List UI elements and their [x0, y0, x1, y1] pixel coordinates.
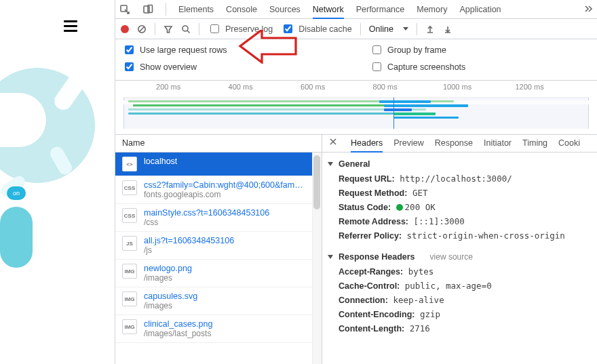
- scrollbar[interactable]: [312, 153, 322, 364]
- filetype-icon: CSS: [122, 180, 137, 195]
- ruler-tick: 1000 ms: [443, 83, 471, 91]
- waterfall-overview[interactable]: [123, 97, 589, 129]
- request-row[interactable]: CSScss2?family=Cabin:wght@400;600&family…: [115, 176, 322, 204]
- search-icon[interactable]: [181, 24, 191, 34]
- header-row: Cache-Control: public, max-age=0: [322, 279, 597, 293]
- request-domain: /images/last_posts: [144, 329, 212, 338]
- large-rows-checkbox[interactable]: Use large request rows: [122, 43, 343, 56]
- tab-application[interactable]: Application: [459, 0, 501, 19]
- request-domain: fonts.googleapis.com: [144, 190, 303, 199]
- chevron-down-icon[interactable]: [403, 27, 408, 31]
- section-header[interactable]: Response Headersview source: [322, 249, 597, 264]
- disclosure-triangle-icon: [328, 162, 333, 166]
- network-toolbar: Preserve log Disable cache Online: [115, 19, 597, 39]
- request-name: mainStyle.css?t=1606348453106: [144, 208, 269, 218]
- view-source-link[interactable]: view source: [430, 252, 473, 262]
- devtools-tab-bar: ElementsConsoleSourcesNetworkPerformance…: [115, 0, 597, 19]
- request-name: css2?family=Cabin:wght@400;600&family=.: [144, 180, 303, 190]
- decorative-pill: [0, 207, 33, 268]
- detail-tab-cooki[interactable]: Cooki: [558, 134, 580, 153]
- list-header[interactable]: Name: [115, 134, 322, 153]
- header-row: Referrer Policy: strict-origin-when-cros…: [322, 228, 597, 243]
- large-rows-label: Use large request rows: [140, 45, 227, 55]
- request-domain: /images: [144, 301, 197, 310]
- ruler-tick: 400 ms: [229, 83, 253, 91]
- inspect-icon[interactable]: [119, 4, 130, 15]
- split-pane: Name <>localhostCSScss2?family=Cabin:wgh…: [115, 134, 597, 364]
- close-icon[interactable]: [329, 138, 337, 148]
- page-background: on: [0, 0, 115, 364]
- tab-network[interactable]: Network: [313, 0, 344, 19]
- device-toggle-icon[interactable]: [142, 4, 153, 15]
- filter-icon[interactable]: [163, 24, 173, 34]
- disclosure-triangle-icon: [328, 255, 333, 259]
- show-overview-label: Show overview: [140, 62, 197, 72]
- request-row[interactable]: IMGcapusules.svg/images: [115, 287, 322, 315]
- header-row: Content-Encoding: gzip: [322, 307, 597, 321]
- svg-line-6: [187, 31, 190, 33]
- detail-tab-preview[interactable]: Preview: [393, 134, 423, 153]
- download-har-icon[interactable]: [443, 24, 452, 34]
- tab-performance[interactable]: Performance: [356, 0, 405, 19]
- detail-tab-initiator[interactable]: Initiator: [484, 134, 512, 153]
- show-overview-checkbox[interactable]: Show overview: [122, 60, 343, 73]
- request-name: localhost: [144, 157, 177, 166]
- tab-memory[interactable]: Memory: [417, 0, 447, 19]
- request-row[interactable]: IMGclinical_cases.png/images/last_posts: [115, 315, 322, 343]
- overview-timeline[interactable]: 200 ms400 ms600 ms800 ms1000 ms1200 ms: [115, 81, 597, 135]
- request-name: all.js?t=1606348453106: [144, 236, 234, 245]
- detail-tab-response[interactable]: Response: [435, 134, 473, 153]
- header-row: Remote Address: [::1]:3000: [322, 214, 597, 228]
- hamburger-menu-icon[interactable]: [64, 20, 77, 32]
- request-name: clinical_cases.png: [144, 319, 212, 329]
- ruler-tick: 600 ms: [301, 83, 325, 91]
- request-name: newlogo.png: [144, 264, 192, 273]
- devtools-panel: ElementsConsoleSourcesNetworkPerformance…: [115, 0, 597, 364]
- detail-tab-bar: HeadersPreviewResponseInitiatorTimingCoo…: [322, 134, 597, 153]
- detail-tab-timing[interactable]: Timing: [522, 134, 547, 153]
- badge-on: on: [7, 186, 26, 200]
- tabs-overflow-icon[interactable]: [583, 3, 593, 15]
- column-name: Name: [122, 138, 145, 148]
- clear-icon[interactable]: [137, 24, 147, 34]
- request-list: Name <>localhostCSScss2?family=Cabin:wgh…: [115, 134, 322, 364]
- status-dot-icon: [396, 204, 403, 211]
- svg-point-5: [182, 26, 188, 31]
- ruler-tick: 800 ms: [373, 83, 398, 91]
- detail-tab-headers[interactable]: Headers: [351, 134, 383, 153]
- ruler-tick: 200 ms: [156, 83, 180, 91]
- header-row: Connection: keep-alive: [322, 293, 597, 307]
- request-row[interactable]: <>localhost: [115, 153, 322, 176]
- filetype-icon: JS: [122, 236, 137, 251]
- filetype-icon: <>: [122, 157, 137, 171]
- tab-console[interactable]: Console: [226, 0, 257, 19]
- request-domain: /images: [144, 273, 192, 283]
- request-row[interactable]: IMGnewlogo.png/images: [115, 260, 322, 287]
- request-name: capusules.svg: [144, 291, 197, 301]
- section-header[interactable]: General: [322, 157, 597, 171]
- group-by-frame-label: Group by frame: [387, 45, 446, 55]
- disable-cache-label: Disable cache: [298, 24, 352, 34]
- request-row[interactable]: CSSmainStyle.css?t=1606348453106/css: [115, 204, 322, 232]
- tab-elements[interactable]: Elements: [178, 0, 214, 19]
- annotation-arrow: [236, 30, 301, 64]
- tab-sources[interactable]: Sources: [269, 0, 301, 19]
- upload-har-icon[interactable]: [425, 24, 435, 34]
- header-row: Request Method: GET: [322, 186, 597, 200]
- filetype-icon: IMG: [122, 319, 137, 334]
- network-settings-row: Use large request rows Group by frame Sh…: [115, 39, 597, 81]
- request-domain: /css: [144, 218, 269, 227]
- request-domain: /js: [144, 245, 234, 255]
- group-by-frame-checkbox[interactable]: Group by frame: [370, 43, 590, 56]
- ruler-tick: 1200 ms: [515, 83, 543, 91]
- capture-screenshots-checkbox[interactable]: Capture screenshots: [370, 60, 590, 73]
- record-button[interactable]: [121, 25, 129, 33]
- filetype-icon: CSS: [122, 208, 137, 223]
- header-row: Request URL: http://localhost:3000/: [322, 171, 597, 186]
- request-row[interactable]: JSall.js?t=1606348453106/js: [115, 232, 322, 260]
- filetype-icon: IMG: [122, 264, 137, 279]
- capture-screenshots-label: Capture screenshots: [387, 62, 465, 72]
- filetype-icon: IMG: [122, 291, 137, 306]
- request-detail: HeadersPreviewResponseInitiatorTimingCoo…: [322, 134, 597, 364]
- throttling-select[interactable]: Online: [369, 24, 393, 34]
